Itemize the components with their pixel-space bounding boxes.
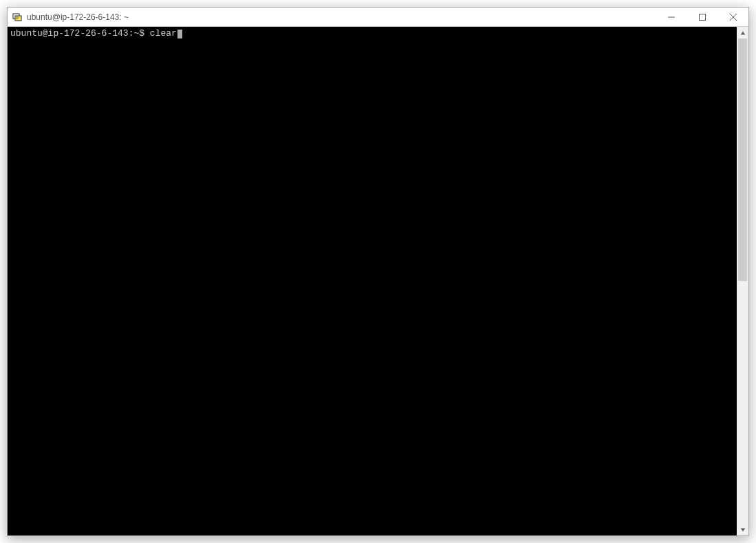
scroll-track[interactable] <box>737 38 748 524</box>
terminal-area: ubuntu@ip-172-26-6-143:~$ clear <box>8 27 748 535</box>
minimize-button[interactable] <box>656 8 687 26</box>
window-controls <box>656 8 748 26</box>
vertical-scrollbar[interactable] <box>737 27 748 535</box>
titlebar[interactable]: ubuntu@ip-172-26-6-143: ~ <box>8 8 748 27</box>
svg-marker-8 <box>740 31 744 34</box>
typed-command: clear <box>150 28 177 38</box>
window-title: ubuntu@ip-172-26-6-143: ~ <box>27 12 656 22</box>
scroll-down-button[interactable] <box>737 524 748 535</box>
putty-icon <box>12 12 23 23</box>
cursor-icon <box>177 30 182 38</box>
putty-window: ubuntu@ip-172-26-6-143: ~ ubuntu@ip-172-… <box>7 7 749 536</box>
shell-prompt: ubuntu@ip-172-26-6-143:~$ <box>10 28 150 38</box>
scroll-thumb[interactable] <box>738 38 747 281</box>
scroll-up-button[interactable] <box>737 27 748 38</box>
prompt-line: ubuntu@ip-172-26-6-143:~$ clear <box>10 28 734 38</box>
svg-rect-1 <box>15 16 21 21</box>
close-button[interactable] <box>717 8 748 26</box>
terminal[interactable]: ubuntu@ip-172-26-6-143:~$ clear <box>8 27 737 535</box>
svg-rect-5 <box>699 14 705 20</box>
maximize-button[interactable] <box>687 8 717 26</box>
svg-marker-9 <box>740 528 744 531</box>
